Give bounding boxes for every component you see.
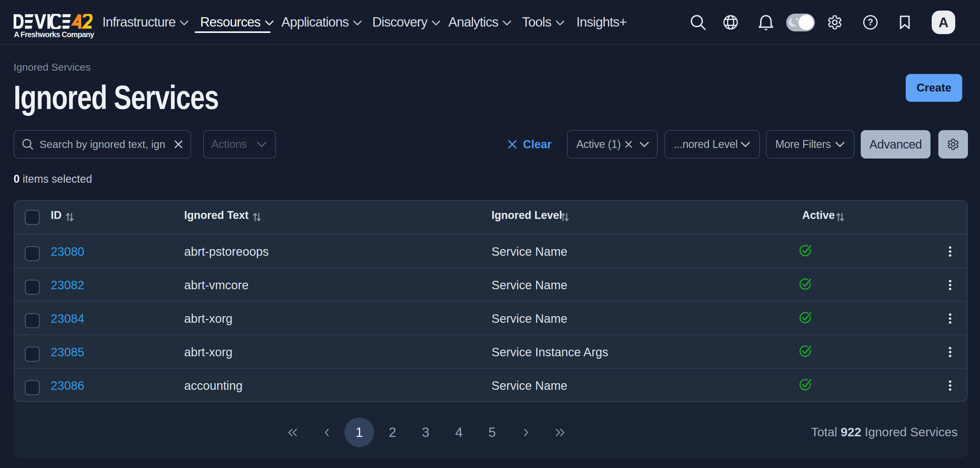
svg-text:?: ? bbox=[868, 17, 873, 27]
